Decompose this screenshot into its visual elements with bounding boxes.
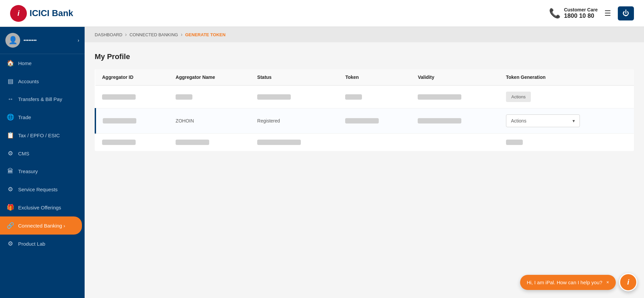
menu-icon-button[interactable]: ☰ bbox=[604, 9, 611, 18]
table-row: Actions bbox=[95, 86, 634, 108]
cell-aggregator-id bbox=[95, 86, 169, 108]
cell-token bbox=[338, 108, 411, 134]
sidebar-item-exclusive[interactable]: 🎁 Exclusive Offerings bbox=[0, 198, 85, 216]
chat-close-icon[interactable]: × bbox=[606, 280, 609, 285]
sidebar-item-connected[interactable]: 🔗 Connected Banking › bbox=[0, 216, 82, 235]
cell-status: Registered bbox=[250, 108, 338, 134]
sidebar-item-service[interactable]: ⚙ Service Requests bbox=[0, 180, 85, 198]
sidebar-item-cms[interactable]: ⚙ CMS bbox=[0, 144, 85, 162]
sidebar-profile[interactable]: 👤 •••••••• › bbox=[0, 27, 85, 54]
customer-care-text: Customer Care 1800 10 80 bbox=[564, 7, 598, 19]
chat-message: Hi, I am iPal. How can I help you? bbox=[527, 280, 602, 285]
transfers-icon: ↔ bbox=[7, 96, 14, 103]
breadcrumb-dashboard[interactable]: DASHBOARD bbox=[95, 32, 122, 37]
sidebar-item-label: Service Requests bbox=[18, 187, 58, 192]
sidebar-item-tax[interactable]: 📋 Tax / EPFO / ESIC bbox=[0, 126, 85, 144]
cell-status bbox=[250, 134, 338, 151]
cell-token bbox=[338, 134, 411, 151]
exclusive-icon: 🎁 bbox=[7, 204, 14, 211]
col-token: Token bbox=[338, 69, 411, 86]
chevron-down-icon: ▾ bbox=[572, 118, 575, 123]
sidebar-item-home[interactable]: 🏠 Home bbox=[0, 54, 85, 72]
cell-aggregator-name: ZOHOIN bbox=[169, 108, 250, 134]
generate-button[interactable]: Actions bbox=[506, 92, 531, 102]
table-row bbox=[95, 134, 634, 151]
cell-aggregator-name bbox=[169, 134, 250, 151]
profile-name: •••••••• bbox=[24, 38, 74, 43]
chat-bubble[interactable]: Hi, I am iPal. How can I help you? × bbox=[520, 275, 616, 290]
col-aggregator-id: Aggregator ID bbox=[95, 69, 169, 86]
cell-status bbox=[250, 86, 338, 108]
table-container: Aggregator ID Aggregator Name Status Tok… bbox=[95, 69, 634, 151]
table-header-row: Aggregator ID Aggregator Name Status Tok… bbox=[95, 69, 634, 86]
logo: i ICICI Bank bbox=[10, 5, 73, 22]
cell-generation bbox=[499, 134, 634, 151]
care-number: 1800 10 80 bbox=[564, 12, 598, 19]
header-right: 📞 Customer Care 1800 10 80 ☰ ⏻ bbox=[549, 6, 634, 20]
cell-aggregator-id bbox=[95, 134, 169, 151]
breadcrumb-sep-1: › bbox=[125, 32, 127, 38]
sidebar-item-label: Home bbox=[18, 60, 32, 66]
treasury-icon: 🏛 bbox=[7, 168, 14, 175]
sidebar-item-label: Treasury bbox=[18, 168, 38, 174]
aggregator-table: Aggregator ID Aggregator Name Status Tok… bbox=[95, 69, 634, 151]
col-validity: Validity bbox=[411, 69, 499, 86]
cell-aggregator-name bbox=[169, 86, 250, 108]
profile-arrow-icon: › bbox=[78, 38, 79, 43]
col-status: Status bbox=[250, 69, 338, 86]
actions-label: Actions bbox=[511, 118, 526, 123]
table-row: ZOHOIN Registered Actions ▾ bbox=[95, 108, 634, 134]
sidebar-item-label: Connected Banking › bbox=[18, 223, 65, 229]
sidebar-item-label: Transfers & Bill Pay bbox=[18, 96, 62, 102]
chat-widget: Hi, I am iPal. How can I help you? × i bbox=[520, 273, 637, 291]
sidebar-nav: 🏠 Home ▤ Accounts ↔ Transfers & Bill Pay… bbox=[0, 54, 85, 298]
sidebar-item-label: Trade bbox=[18, 114, 31, 120]
phone-icon: 📞 bbox=[549, 8, 561, 19]
sidebar-item-label: Exclusive Offerings bbox=[18, 205, 61, 210]
sidebar-item-trade[interactable]: 🌐 Trade bbox=[0, 108, 85, 126]
sidebar-item-label: Product Lab bbox=[18, 241, 45, 247]
cell-generation[interactable]: Actions ▾ bbox=[499, 108, 634, 134]
logo-icon: i bbox=[10, 5, 27, 22]
breadcrumb-generate-token: GENERATE TOKEN bbox=[185, 32, 225, 37]
chat-avatar[interactable]: i bbox=[619, 273, 637, 291]
col-token-generation: Token Generation bbox=[499, 69, 634, 86]
sidebar-item-label: Accounts bbox=[18, 79, 39, 84]
service-icon: ⚙ bbox=[7, 186, 14, 193]
cell-validity bbox=[411, 108, 499, 134]
care-label: Customer Care bbox=[564, 7, 598, 12]
sidebar-item-transfers[interactable]: ↔ Transfers & Bill Pay bbox=[0, 90, 85, 108]
sidebar-item-label: CMS bbox=[18, 151, 29, 156]
cell-aggregator-id bbox=[95, 108, 169, 134]
sidebar-item-accounts[interactable]: ▤ Accounts bbox=[0, 72, 85, 90]
cell-validity bbox=[411, 86, 499, 108]
breadcrumb: DASHBOARD › CONNECTED BANKING › GENERATE… bbox=[85, 27, 644, 42]
main: DASHBOARD › CONNECTED BANKING › GENERATE… bbox=[85, 27, 644, 298]
col-aggregator-name: Aggregator Name bbox=[169, 69, 250, 86]
cell-token bbox=[338, 86, 411, 108]
avatar: 👤 bbox=[5, 33, 20, 48]
trade-icon: 🌐 bbox=[7, 113, 14, 121]
connected-icon: 🔗 bbox=[7, 222, 14, 229]
logo-brand: ICICI Bank bbox=[30, 8, 73, 18]
cms-icon: ⚙ bbox=[7, 150, 14, 157]
breadcrumb-connected-banking[interactable]: CONNECTED BANKING bbox=[130, 32, 178, 37]
page-title: My Profile bbox=[95, 52, 634, 61]
sidebar-item-label: Tax / EPFO / ESIC bbox=[18, 133, 60, 138]
power-button[interactable]: ⏻ bbox=[618, 6, 634, 20]
sidebar-item-product[interactable]: ⚙ Product Lab bbox=[0, 235, 85, 253]
breadcrumb-sep-2: › bbox=[181, 32, 182, 38]
home-icon: 🏠 bbox=[7, 59, 14, 67]
cell-validity bbox=[411, 134, 499, 151]
actions-dropdown[interactable]: Actions ▾ bbox=[506, 114, 580, 127]
layout: 👤 •••••••• › 🏠 Home ▤ Accounts ↔ Transfe… bbox=[0, 27, 644, 298]
content: My Profile Aggregator ID Aggregator Name… bbox=[85, 42, 644, 298]
customer-care: 📞 Customer Care 1800 10 80 bbox=[549, 7, 598, 19]
header: i ICICI Bank 📞 Customer Care 1800 10 80 … bbox=[0, 0, 644, 27]
sidebar-item-treasury[interactable]: 🏛 Treasury bbox=[0, 162, 85, 180]
cell-generation[interactable]: Actions bbox=[499, 86, 634, 108]
logo-i: i bbox=[17, 9, 19, 18]
product-icon: ⚙ bbox=[7, 240, 14, 247]
chat-avatar-text: i bbox=[627, 278, 629, 287]
sidebar: 👤 •••••••• › 🏠 Home ▤ Accounts ↔ Transfe… bbox=[0, 27, 85, 298]
